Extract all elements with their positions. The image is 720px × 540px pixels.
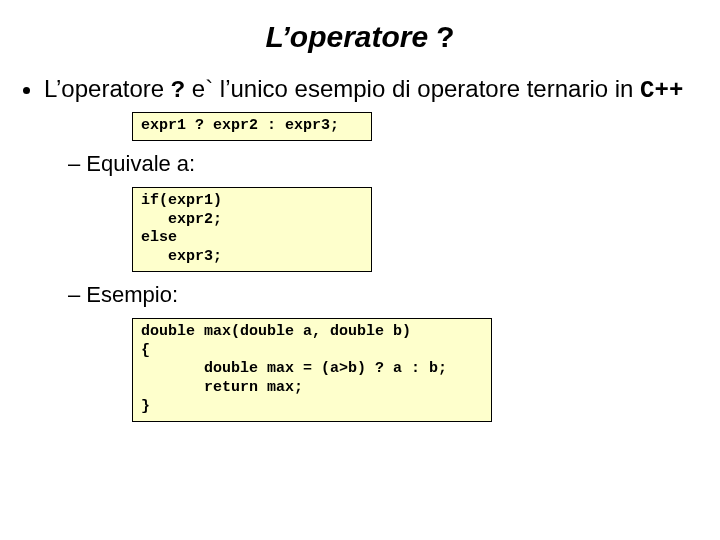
title-text: L’operatore: [265, 20, 436, 53]
bullet-text-1a: L’operatore: [44, 75, 171, 102]
bullet-item-1: L’operatore ? e` l’unico esempio di oper…: [44, 74, 686, 106]
bullet-list: L’operatore ? e` l’unico esempio di oper…: [44, 74, 686, 106]
bullet-cpp: C++: [640, 77, 683, 104]
slide: L’operatore ? L’operatore ? e` l’unico e…: [0, 0, 720, 540]
code-ifelse: if(expr1) expr2; else expr3;: [132, 187, 372, 272]
slide-title: L’operatore ?: [34, 20, 686, 56]
bullet-operator: ?: [171, 77, 185, 104]
subitem-equivale: Equivale a:: [68, 151, 686, 177]
sublist: Equivale a:: [68, 151, 686, 177]
title-operator: ?: [437, 22, 455, 56]
subitem-esempio: Esempio:: [68, 282, 686, 308]
code-example: double max(double a, double b) { double …: [132, 318, 492, 422]
bullet-text-1b: e` l’unico esempio di operatore ternario…: [185, 75, 640, 102]
code-syntax: expr1 ? expr2 : expr3;: [132, 112, 372, 141]
sublist-2: Esempio:: [68, 282, 686, 308]
